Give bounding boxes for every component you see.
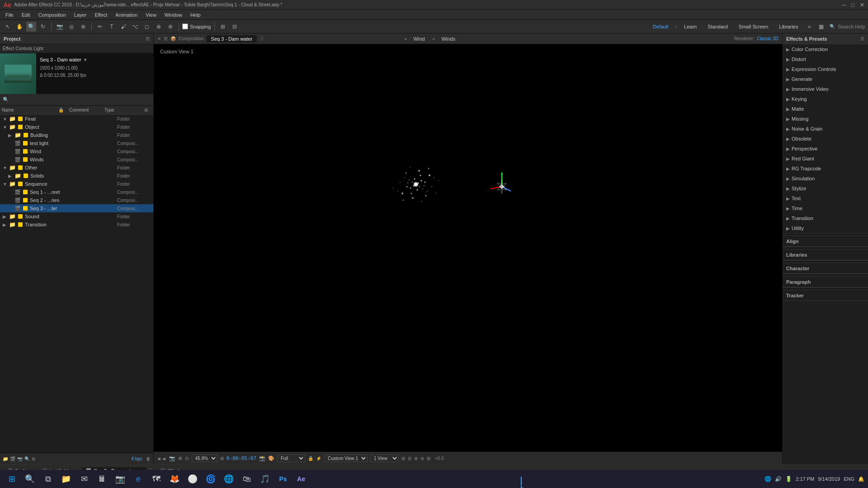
comp-tab-menu-icon[interactable]: ☰ xyxy=(259,36,264,42)
workspace-standard[interactable]: Standard xyxy=(703,23,732,30)
tool-extra2[interactable]: ⊟ xyxy=(230,22,240,32)
comp-tab-winds[interactable]: Winds xyxy=(437,35,460,42)
color-pick-icon[interactable]: 🎨 xyxy=(268,455,274,461)
grid-icon[interactable]: ⊞ xyxy=(401,456,405,461)
effect-distort[interactable]: ▶ Distort xyxy=(783,54,868,64)
tool-camera[interactable]: 📷 xyxy=(55,22,65,32)
menu-edit[interactable]: Edit xyxy=(18,11,34,19)
workspace-layout[interactable]: ▦ xyxy=(816,22,826,32)
effect-keying[interactable]: ▶ Keying xyxy=(783,94,868,104)
controls-snapshot[interactable]: 📷 xyxy=(169,455,175,461)
menu-layer[interactable]: Layer xyxy=(71,11,90,19)
effect-generate[interactable]: ▶ Generate xyxy=(783,74,868,84)
calculator-button[interactable]: 🖩 xyxy=(94,471,110,487)
col-lock-icon[interactable]: 🔒 xyxy=(58,108,66,113)
tree-item-wind[interactable]: ▶ 🎬 Wind Composi... xyxy=(0,147,153,155)
transparency[interactable]: ⊞ xyxy=(427,456,430,461)
panel-menu-icon[interactable]: ☰ xyxy=(146,36,150,41)
tool-clone[interactable]: ⌥ xyxy=(130,22,140,32)
minimize-button[interactable]: ─ xyxy=(842,2,846,8)
tool-eraser[interactable]: ◻ xyxy=(142,22,152,32)
tree-item-sequence[interactable]: ▼ 📁 Sequence Folder xyxy=(0,180,153,188)
menu-animation[interactable]: Animation xyxy=(112,11,141,19)
controls-prev-frame[interactable]: ◄◄ xyxy=(156,456,166,461)
tree-item-solids[interactable]: ▶ 📁 Solids Folder xyxy=(0,172,153,180)
comp-panel-close[interactable]: ✕ xyxy=(157,36,161,41)
tool-rotate[interactable]: ↻ xyxy=(38,22,48,32)
tree-item-seq2[interactable]: ▶ 🎬 Seq 2 - ...ries Composi... xyxy=(0,196,153,204)
ie-button[interactable]: e xyxy=(130,471,146,487)
store-button[interactable]: 🛍 xyxy=(239,471,255,487)
effect-text[interactable]: ▶ Text xyxy=(783,193,868,203)
delete-icon[interactable]: 🗑 xyxy=(146,456,151,461)
tree-item-seq1[interactable]: ▶ 🎬 Seq 1 - ...reet Composi... xyxy=(0,188,153,196)
tool-zoom[interactable]: 🔍 xyxy=(26,22,36,32)
tool-brush[interactable]: 🖌 xyxy=(118,22,128,32)
maximize-button[interactable]: □ xyxy=(851,2,854,8)
view-count[interactable]: 1 View 2 Views xyxy=(370,455,399,462)
menu-window[interactable]: Window xyxy=(161,11,186,19)
new-folder-icon[interactable]: 📁 xyxy=(3,456,8,461)
project-search-input[interactable] xyxy=(11,97,151,103)
tool-text[interactable]: T xyxy=(107,22,117,32)
file-manager-button[interactable]: 📁 xyxy=(58,471,74,487)
tool-select[interactable]: ↖ xyxy=(3,22,13,32)
mail-button[interactable]: ✉ xyxy=(76,471,92,487)
effect-immersive-video[interactable]: ▶ Immersive Video xyxy=(783,84,868,94)
effect-obsolete[interactable]: ▶ Obsolete xyxy=(783,134,868,144)
search-project-icon[interactable]: 🔍 xyxy=(24,456,30,461)
tree-item-test-light[interactable]: ▶ 🎬 test light Composi... xyxy=(0,139,153,147)
tree-item-seq3[interactable]: ▶ 🎬 Seq 3 - ...ter Composi... xyxy=(0,204,153,212)
tree-item-other[interactable]: ▼ 📁 Other Folder xyxy=(0,164,153,172)
bit-depth-label[interactable]: 8 bpc xyxy=(132,456,142,461)
new-footage-icon[interactable]: 📷 xyxy=(17,456,23,461)
workspace-default[interactable]: Default xyxy=(648,23,673,30)
character-section[interactable]: Character xyxy=(783,263,868,274)
tool-hand[interactable]: ✋ xyxy=(14,22,24,32)
roi-icon[interactable]: ⊞ xyxy=(220,456,224,461)
ae-button[interactable]: Ae xyxy=(293,471,309,487)
libraries-section[interactable]: Libraries xyxy=(783,249,868,260)
effect-simulation[interactable]: ▶ Simulation xyxy=(783,174,868,183)
fast-preview[interactable]: ⚡ xyxy=(316,456,321,461)
comp-panel-menu[interactable]: ☰ xyxy=(164,36,168,41)
align-section[interactable]: Align xyxy=(783,236,868,247)
chrome-button[interactable]: ⚪ xyxy=(184,471,201,487)
controls-exposure[interactable]: ⊙ xyxy=(185,455,189,461)
notification-icon[interactable]: 🔔 xyxy=(858,476,864,482)
new-comp-icon[interactable]: 🎬 xyxy=(10,456,15,461)
effect-rg-trapcode[interactable]: ▶ RG Trapcode xyxy=(783,164,868,174)
effect-red-giant[interactable]: ▶ Red Giant xyxy=(783,154,868,164)
col-sort-icon[interactable]: ⊞ xyxy=(144,108,151,113)
music-button[interactable]: 🎵 xyxy=(257,471,273,487)
timecode-comp[interactable]: 0:00:05:07 xyxy=(226,455,256,461)
workspace-learn[interactable]: Learn xyxy=(679,23,701,30)
zoom-select[interactable]: 45.8% 50% 100% xyxy=(192,455,217,462)
tree-item-buidling[interactable]: ▶ 📁 Buidling Folder xyxy=(0,131,153,139)
tool-puppet[interactable]: ⊛ xyxy=(165,22,175,32)
effect-perspective[interactable]: ▶ Perspective xyxy=(783,144,868,154)
effect-utility[interactable]: ▶ Utility xyxy=(783,223,868,233)
comp-viewport[interactable]: Custom View 1 xyxy=(154,44,782,452)
workspace-more[interactable]: » xyxy=(804,22,814,32)
effects-menu[interactable]: ☰ xyxy=(860,36,864,41)
paragraph-section[interactable]: Paragraph xyxy=(783,277,868,287)
time-needle[interactable] xyxy=(521,477,522,485)
tool-pen[interactable]: ✏ xyxy=(95,22,105,32)
comp-tab-wind[interactable]: Wind xyxy=(409,35,429,42)
flow-icon[interactable]: ⊞ xyxy=(32,456,35,461)
layer-controls[interactable]: ⊟ xyxy=(408,456,411,461)
effect-noise-grain[interactable]: ▶ Noise & Grain xyxy=(783,124,868,134)
renderer-value[interactable]: Classic 3D xyxy=(757,36,778,41)
start-button[interactable]: ⊞ xyxy=(4,471,20,487)
ps-button[interactable]: Ps xyxy=(275,471,291,487)
tree-item-object[interactable]: ▼ 📁 Object Folder xyxy=(0,123,153,131)
effect-stylize[interactable]: ▶ Stylize xyxy=(783,183,868,193)
effect-color-correction[interactable]: ▶ Color Correction xyxy=(783,44,868,54)
effect-transition[interactable]: ▶ Transition xyxy=(783,213,868,223)
volume-icon[interactable]: 🔊 xyxy=(775,476,782,482)
camera-app-button[interactable]: 📷 xyxy=(112,471,128,487)
globe-button[interactable]: 🌐 xyxy=(221,471,237,487)
menu-effect[interactable]: Effect xyxy=(91,11,111,19)
tool-roto[interactable]: ⊗ xyxy=(154,22,164,32)
